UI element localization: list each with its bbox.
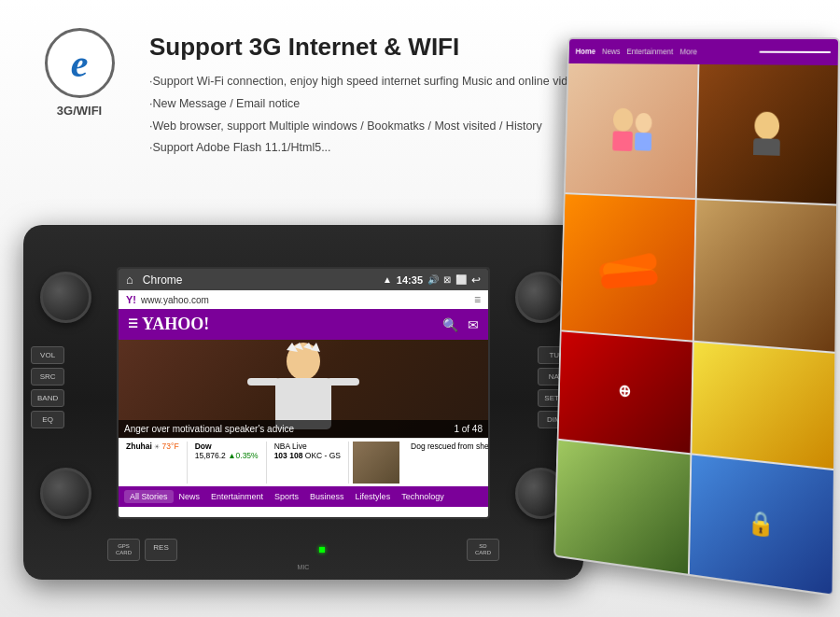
city-name: Zhuhai bbox=[126, 442, 152, 451]
ie-icon: e bbox=[45, 28, 115, 98]
home-icon[interactable]: ⌂ bbox=[126, 273, 133, 287]
carrots-svg bbox=[594, 239, 661, 293]
src-button[interactable]: SRC bbox=[31, 368, 64, 386]
grid-img-6 bbox=[692, 342, 834, 469]
nav-entertainment[interactable]: Entertainment bbox=[205, 490, 269, 503]
lock-icon: 🔒 bbox=[747, 508, 775, 539]
nav-business[interactable]: Business bbox=[304, 490, 350, 503]
band-button[interactable]: BAND bbox=[31, 389, 64, 407]
nba-label: NBA Live bbox=[274, 442, 307, 451]
tablet-nav-more: More bbox=[679, 48, 697, 57]
chrome-top-bar: ⌂ Chrome ▲ 14:35 🔊 ⊠ ⬜ ↩ bbox=[119, 269, 488, 290]
app-name: Chrome bbox=[143, 273, 183, 287]
yahoo-header-right: 🔍 ✉ bbox=[442, 317, 479, 332]
url-text: www.yahoo.com bbox=[141, 295, 469, 305]
dow-change: ▲0.35% bbox=[228, 451, 259, 460]
bottom-right-buttons: SDCARD bbox=[467, 539, 499, 561]
knob-left-bottom[interactable] bbox=[40, 468, 91, 519]
svg-rect-3 bbox=[327, 378, 359, 386]
radio-body: VOL SRC BAND EQ TUN NAVI SETUP DIMM ⌂ Ch… bbox=[23, 225, 583, 580]
yahoo-logo-text: YAHOO! bbox=[142, 315, 209, 334]
yahoo-logo: ☰ YAHOO! bbox=[128, 315, 209, 334]
back-icon[interactable]: ↩ bbox=[471, 273, 481, 287]
ie-icon-container: e 3G/WIFI bbox=[37, 28, 121, 118]
temp-display: 73°F bbox=[162, 442, 179, 451]
wifi-icon: ▲ bbox=[383, 274, 392, 285]
grid-img-1 bbox=[566, 63, 698, 198]
nba-teams: OKC - GS bbox=[305, 451, 341, 460]
url-bar[interactable]: Y! www.yahoo.com ≡ bbox=[119, 290, 488, 309]
svg-rect-2 bbox=[247, 378, 280, 386]
screen-area: ⌂ Chrome ▲ 14:35 🔊 ⊠ ⬜ ↩ Y! www.yahoo.co… bbox=[117, 267, 490, 519]
grid-img-5: ⊕ bbox=[558, 331, 692, 454]
dog-caption: Dog rescued from shelter bbox=[411, 442, 488, 451]
bottom-left-buttons: GPSCARD RES bbox=[107, 539, 177, 561]
mic-label: MIC bbox=[298, 564, 310, 570]
tablet-nav-news: News bbox=[602, 47, 621, 55]
bottom-buttons-area: GPSCARD RES SDCARD bbox=[107, 539, 499, 561]
yahoo-y-favicon: Y! bbox=[126, 294, 136, 305]
nav-all-stories[interactable]: All Stories bbox=[124, 490, 174, 503]
svg-rect-9 bbox=[612, 132, 633, 152]
nba-score1: 103 bbox=[274, 451, 287, 460]
fullscreen-icon: ⬜ bbox=[455, 274, 467, 285]
menu-icon[interactable]: ≡ bbox=[474, 293, 481, 306]
time-display: 14:35 bbox=[397, 274, 423, 286]
nba-score2: 108 bbox=[289, 451, 302, 460]
svg-rect-13 bbox=[752, 139, 779, 157]
sd-card-button[interactable]: SDCARD bbox=[467, 539, 499, 561]
grid-img-8: 🔒 bbox=[690, 456, 833, 595]
grid-img-2 bbox=[697, 64, 838, 203]
vol-button[interactable]: VOL bbox=[31, 346, 64, 364]
res-button[interactable]: RES bbox=[145, 539, 177, 561]
weather-item: Zhuhai ☀ 73°F bbox=[119, 442, 188, 484]
main-image: Anger over motivational speaker's advice… bbox=[119, 340, 488, 438]
nav-lifestyles[interactable]: Lifestyles bbox=[350, 490, 397, 503]
dow-value: 15,876.2 bbox=[195, 451, 226, 460]
headline-overlay: Anger over motivational speaker's advice… bbox=[119, 420, 488, 438]
nav-sports[interactable]: Sports bbox=[269, 490, 304, 503]
ie-label: 3G/WIFI bbox=[57, 104, 102, 118]
volume-icon: 🔊 bbox=[427, 274, 439, 285]
gps-card-button[interactable]: GPSCARD bbox=[107, 539, 140, 561]
page-indicator: 1 of 48 bbox=[454, 424, 483, 434]
chrome-status-bar: ▲ 14:35 🔊 ⊠ ⬜ ↩ bbox=[383, 273, 481, 287]
left-buttons: VOL SRC BAND EQ bbox=[31, 346, 64, 428]
tablet-search-bar[interactable] bbox=[759, 51, 831, 53]
red-logo: ⊕ bbox=[618, 380, 631, 401]
car-radio-device: VOL SRC BAND EQ TUN NAVI SETUP DIMM ⌂ Ch… bbox=[23, 197, 583, 598]
power-led bbox=[319, 547, 325, 553]
nav-technology[interactable]: Technology bbox=[396, 490, 450, 503]
nav-news[interactable]: News bbox=[174, 490, 206, 503]
news-ticker: Zhuhai ☀ 73°F Dow 15,876.2 ▲0.35% NBA Li… bbox=[119, 438, 488, 486]
person2-svg bbox=[744, 109, 789, 157]
tablet-top-bar: Home News Entertainment More bbox=[568, 39, 838, 65]
eq-button[interactable]: EQ bbox=[31, 411, 64, 428]
dow-item: Dow 15,876.2 ▲0.35% bbox=[188, 442, 267, 484]
knob-right-top[interactable] bbox=[515, 272, 567, 323]
svg-rect-11 bbox=[635, 133, 651, 151]
search-icon[interactable]: 🔍 bbox=[442, 317, 458, 332]
yahoo-header: ☰ YAHOO! 🔍 ✉ bbox=[119, 309, 488, 340]
knob-left-top[interactable] bbox=[40, 272, 91, 323]
image-grid: ⊕ 🔒 bbox=[555, 63, 838, 595]
svg-point-12 bbox=[754, 112, 779, 140]
mail-icon[interactable]: ✉ bbox=[468, 317, 479, 332]
nba-item: NBA Live 103 108 OKC - GS bbox=[267, 442, 349, 484]
svg-point-10 bbox=[635, 113, 651, 133]
grid-img-3 bbox=[562, 194, 695, 340]
tablet-nav-home: Home bbox=[576, 47, 596, 55]
page-container: e 3G/WIFI Support 3G Internet & WIFI ·Su… bbox=[0, 0, 840, 617]
grid-img-7 bbox=[555, 441, 690, 574]
headline-text: Anger over motivational speaker's advice bbox=[124, 424, 294, 434]
nav-bar-bottom: All Stories News Entertainment Sports Bu… bbox=[119, 486, 488, 507]
people-svg bbox=[606, 106, 656, 152]
yahoo-menu-icon[interactable]: ☰ bbox=[128, 317, 138, 331]
tablet-frame: Home News Entertainment More bbox=[553, 37, 840, 596]
svg-point-8 bbox=[612, 108, 633, 132]
dog-image bbox=[353, 442, 399, 484]
yahoo-content: ☰ YAHOO! 🔍 ✉ bbox=[119, 309, 488, 519]
tablet-nav-entertainment: Entertainment bbox=[626, 47, 673, 56]
grid-img-4 bbox=[694, 200, 836, 351]
battery-icon: ⊠ bbox=[443, 274, 451, 285]
